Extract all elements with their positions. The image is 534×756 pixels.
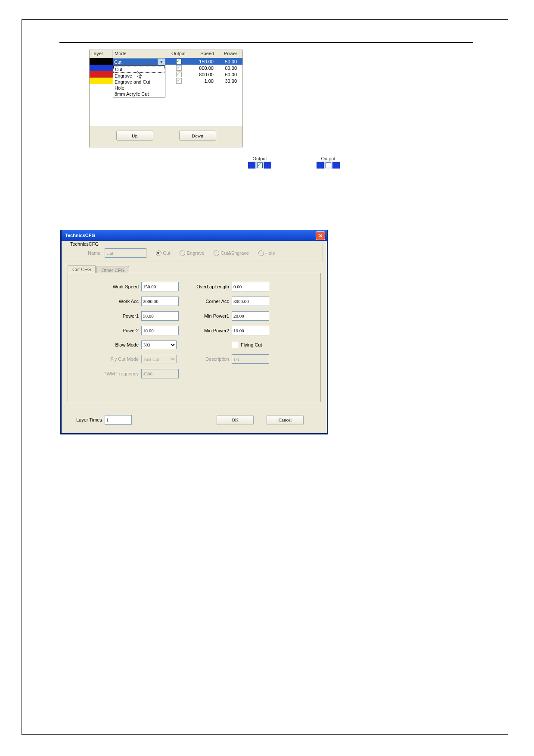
work-speed-label: Work Speed xyxy=(72,284,141,289)
header-mode[interactable]: Mode xyxy=(113,50,167,58)
checkbox-icon[interactable] xyxy=(176,72,182,77)
mode-dropdown-list[interactable]: Cut Engrave Engrave and Cut Hole 8mm Acr… xyxy=(113,66,165,97)
layer-color-swatch[interactable] xyxy=(90,78,113,84)
chevron-down-icon[interactable]: ▼ xyxy=(158,59,165,65)
checkbox-icon[interactable] xyxy=(176,59,182,64)
top-rule xyxy=(59,42,473,43)
cell-output[interactable] xyxy=(167,78,190,84)
pwm-field xyxy=(141,369,179,378)
power2-field[interactable] xyxy=(141,326,179,335)
blow-mode-select[interactable]: NO xyxy=(141,341,177,349)
technics-cfg-dialog: TechnicsCFG ✕ TechnicsCFG Name Cut Engra… xyxy=(60,230,328,434)
cell-power: 80.00 xyxy=(216,66,239,71)
output-label: Output xyxy=(317,156,340,162)
close-icon[interactable]: ✕ xyxy=(316,231,325,240)
layer-panel: Layer Mode Output Speed Power 150.00 50.… xyxy=(89,50,243,147)
header-power[interactable]: Power xyxy=(216,50,239,58)
layer-color-swatch[interactable] xyxy=(90,58,113,65)
layer-table-body: 150.00 50.00 800.00 80.00 800.00 60.00 1… xyxy=(90,58,242,126)
output-label: Output xyxy=(248,156,271,162)
min-power1-label: Min Power1 xyxy=(184,313,232,319)
min-power1-field[interactable] xyxy=(232,311,269,321)
min-power2-field[interactable] xyxy=(232,326,269,335)
tab-body: Work Speed OverLapLength Work Acc Corner… xyxy=(68,273,321,402)
radio-cut[interactable]: Cut xyxy=(156,250,170,256)
cell-speed: 800.00 xyxy=(190,66,216,71)
output-snippet-unchecked: Output xyxy=(317,156,340,169)
overlap-field[interactable] xyxy=(232,282,269,291)
layer-color-swatch[interactable] xyxy=(90,71,113,78)
dialog-titlebar[interactable]: TechnicsCFG ✕ xyxy=(62,230,327,241)
header-output[interactable]: Output xyxy=(167,50,190,58)
checkbox-icon[interactable] xyxy=(326,162,331,168)
layer-times-field[interactable] xyxy=(105,415,132,425)
work-acc-field[interactable] xyxy=(141,297,179,306)
groupbox-label: TechnicsCFG xyxy=(69,241,100,247)
corner-acc-field[interactable] xyxy=(232,297,269,306)
cell-output[interactable] xyxy=(167,59,190,65)
cell-output[interactable] xyxy=(167,72,190,78)
technics-groupbox: TechnicsCFG Name Cut Engrave Cut&Engrave… xyxy=(66,244,323,262)
layer-table-header: Layer Mode Output Speed Power xyxy=(90,50,242,58)
flying-cut-label: Flying Cut xyxy=(241,342,262,347)
radio-hole[interactable]: Hole xyxy=(258,250,275,256)
dropdown-option[interactable]: 8mm Acrylic Cut xyxy=(113,91,165,97)
power2-label: Power2 xyxy=(72,328,141,333)
dialog-footer: Layer Times OK Cancel xyxy=(68,412,321,427)
header-speed[interactable]: Speed xyxy=(190,50,216,58)
power1-label: Power1 xyxy=(72,313,141,319)
layer-times-label: Layer Times xyxy=(76,417,102,422)
cell-speed: 150.00 xyxy=(190,59,216,64)
cell-speed: 1.00 xyxy=(190,78,216,84)
work-acc-label: Work Acc xyxy=(72,299,141,304)
power1-field[interactable] xyxy=(141,311,179,321)
name-label: Name xyxy=(88,250,100,256)
radio-cutengrave[interactable]: Cut&Engrave xyxy=(214,250,248,256)
min-power2-label: Min Power2 xyxy=(184,328,232,333)
cancel-button[interactable]: Cancel xyxy=(267,415,304,425)
description-label: Description xyxy=(184,356,232,362)
header-layer[interactable]: Layer xyxy=(90,50,113,58)
ok-button[interactable]: OK xyxy=(217,415,254,425)
dropdown-option[interactable]: Engrave and Cut xyxy=(113,79,165,85)
checkbox-icon[interactable] xyxy=(257,162,263,168)
flying-cut-checkbox[interactable] xyxy=(232,342,238,348)
checkbox-icon[interactable] xyxy=(176,65,182,71)
work-speed-field[interactable] xyxy=(141,282,179,291)
output-snippet-checked: Output xyxy=(248,156,271,169)
blow-mode-label: Blow Mode xyxy=(72,342,141,347)
cell-output[interactable] xyxy=(167,65,190,71)
checkbox-icon[interactable] xyxy=(176,78,182,84)
fly-cut-mode-select: Fast Cut xyxy=(141,355,177,363)
mode-dropdown-value: Cut xyxy=(113,59,121,65)
dropdown-option[interactable]: Hole xyxy=(113,85,165,91)
pwm-label: PWM Frequency xyxy=(72,371,141,376)
name-field[interactable] xyxy=(105,248,146,258)
cell-speed: 800.00 xyxy=(190,72,216,77)
dialog-title: TechnicsCFG xyxy=(65,233,95,238)
cell-power: 50.00 xyxy=(216,59,239,64)
mouse-cursor-icon xyxy=(137,71,144,80)
layer-color-swatch[interactable] xyxy=(90,65,113,71)
fly-cut-mode-label: Fly Cut Mode xyxy=(72,356,141,362)
up-button[interactable]: Up xyxy=(116,131,153,141)
cell-power: 60.00 xyxy=(216,72,239,77)
radio-engrave[interactable]: Engrave xyxy=(180,250,204,256)
cell-power: 30.00 xyxy=(216,78,239,84)
tab-cut-cfg[interactable]: Cut CFG xyxy=(68,265,96,273)
description-field xyxy=(232,354,269,364)
corner-acc-label: Corner Acc xyxy=(184,299,232,304)
down-button[interactable]: Down xyxy=(179,131,216,141)
overlap-label: OverLapLength xyxy=(184,284,232,289)
mode-dropdown[interactable]: Cut ▼ xyxy=(113,58,165,66)
